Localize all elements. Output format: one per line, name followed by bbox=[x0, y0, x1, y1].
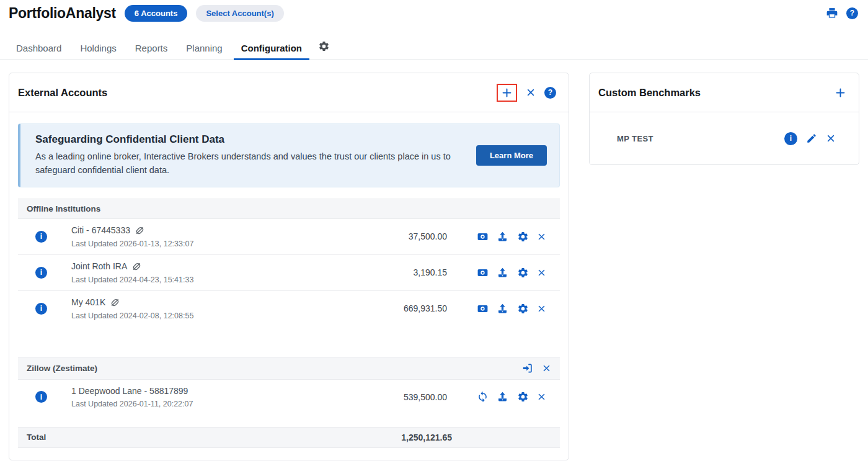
account-last-updated: Last Updated 2026-01-13, 12:33:07 bbox=[71, 240, 391, 248]
upload-icon[interactable] bbox=[497, 391, 508, 403]
tab-holdings[interactable]: Holdings bbox=[73, 37, 123, 60]
account-last-updated: Last Updated 2024-02-08, 12:08:55 bbox=[71, 311, 391, 320]
topbar: PortfolioAnalyst 6 Accounts Select Accou… bbox=[0, 0, 868, 26]
help-icon[interactable]: ? bbox=[846, 7, 858, 19]
safeguarding-banner: Safeguarding Confidential Client Data As… bbox=[18, 123, 560, 187]
cash-transactions-icon[interactable] bbox=[477, 303, 489, 315]
custom-benchmarks-title: Custom Benchmarks bbox=[598, 87, 701, 99]
select-accounts-button[interactable]: Select Account(s) bbox=[196, 5, 283, 22]
section-header-label: Zillow (Zestimate) bbox=[27, 364, 97, 373]
upload-icon[interactable] bbox=[497, 231, 508, 243]
close-icon[interactable] bbox=[542, 364, 551, 373]
close-icon[interactable] bbox=[537, 304, 546, 313]
sign-in-icon[interactable] bbox=[521, 362, 533, 374]
banner-body: As a leading online broker, Interactive … bbox=[35, 150, 461, 177]
gear-icon[interactable] bbox=[517, 267, 529, 279]
total-row: Total 1,250,121.65 bbox=[18, 427, 560, 448]
tab-reports[interactable]: Reports bbox=[128, 37, 175, 60]
add-benchmark-icon[interactable] bbox=[835, 87, 846, 99]
account-row: i Citi - 67445333 Last Updated 2026-01-1… bbox=[18, 219, 560, 255]
info-icon[interactable]: i bbox=[784, 132, 797, 145]
banner-title: Safeguarding Confidential Client Data bbox=[35, 133, 461, 146]
account-name: Joint Roth IRA bbox=[71, 261, 127, 271]
close-icon[interactable] bbox=[826, 133, 836, 143]
delete-external-accounts-icon[interactable] bbox=[526, 87, 536, 97]
tab-configuration[interactable]: Configuration bbox=[234, 37, 309, 60]
info-icon[interactable]: i bbox=[35, 267, 47, 279]
print-icon[interactable] bbox=[826, 7, 838, 19]
upload-icon[interactable] bbox=[497, 303, 508, 315]
account-value: 37,500.00 bbox=[391, 231, 447, 241]
portfolio-analyst-app: PortfolioAnalyst 6 Accounts Select Accou… bbox=[0, 0, 868, 466]
tab-dashboard[interactable]: Dashboard bbox=[9, 37, 69, 60]
account-row: i 1 Deepwood Lane - 58817899 Last Update… bbox=[18, 380, 560, 414]
app-title: PortfolioAnalyst bbox=[9, 5, 116, 22]
custom-benchmarks-panel: Custom Benchmarks MP TEST i bbox=[589, 73, 859, 165]
annotation-highlight bbox=[497, 84, 517, 102]
info-icon[interactable]: i bbox=[35, 303, 47, 315]
account-name: 1 Deepwood Lane - 58817899 bbox=[71, 386, 188, 396]
account-last-updated: Last Updated 2024-04-23, 15:41:33 bbox=[71, 276, 391, 284]
learn-more-button[interactable]: Learn More bbox=[476, 145, 547, 166]
account-name: My 401K bbox=[71, 297, 105, 307]
info-icon[interactable]: i bbox=[35, 391, 47, 403]
accounts-count-badge[interactable]: 6 Accounts bbox=[125, 5, 188, 22]
tabs-settings-gear-icon[interactable] bbox=[318, 40, 330, 52]
offline-institutions-rows: i Citi - 67445333 Last Updated 2026-01-1… bbox=[18, 219, 560, 326]
close-icon[interactable] bbox=[537, 232, 546, 241]
info-icon[interactable]: i bbox=[35, 231, 47, 243]
zillow-rows: i 1 Deepwood Lane - 58817899 Last Update… bbox=[18, 380, 560, 414]
external-accounts-header: External Accounts ? bbox=[9, 73, 569, 112]
unlink-icon bbox=[131, 261, 142, 272]
external-accounts-panel: External Accounts ? Safeguarding Confide… bbox=[9, 73, 569, 460]
account-row: i My 401K Last Updated 2024-02-08, 12:08… bbox=[18, 291, 560, 326]
gear-icon[interactable] bbox=[517, 231, 529, 243]
gear-icon[interactable] bbox=[517, 303, 529, 315]
account-value: 3,190.15 bbox=[391, 267, 447, 277]
section-header-label: Offline Institutions bbox=[27, 204, 100, 213]
refresh-icon[interactable] bbox=[477, 391, 489, 403]
gear-icon[interactable] bbox=[517, 391, 529, 403]
account-row: i Joint Roth IRA Last Updated 2024-04-23… bbox=[18, 255, 560, 291]
cash-transactions-icon[interactable] bbox=[477, 267, 489, 279]
custom-benchmarks-header: Custom Benchmarks bbox=[590, 73, 859, 112]
total-label: Total bbox=[27, 432, 46, 442]
add-external-account-icon[interactable] bbox=[501, 87, 513, 99]
benchmark-name: MP TEST bbox=[617, 134, 653, 143]
upload-icon[interactable] bbox=[497, 267, 508, 279]
account-value: 539,500.00 bbox=[391, 392, 447, 402]
section-header-zillow: Zillow (Zestimate) bbox=[18, 357, 560, 380]
edit-pencil-icon[interactable] bbox=[806, 133, 817, 144]
unlink-icon bbox=[110, 297, 120, 308]
benchmark-row: MP TEST i bbox=[590, 112, 859, 164]
external-accounts-help-icon[interactable]: ? bbox=[544, 87, 556, 99]
cash-transactions-icon[interactable] bbox=[477, 231, 489, 243]
total-value: 1,250,121.65 bbox=[401, 432, 452, 442]
tab-planning[interactable]: Planning bbox=[179, 37, 229, 60]
section-header-offline-institutions: Offline Institutions bbox=[18, 199, 560, 219]
close-icon[interactable] bbox=[537, 268, 546, 277]
account-name: Citi - 67445333 bbox=[71, 225, 130, 235]
external-accounts-title: External Accounts bbox=[18, 87, 107, 99]
main-nav-tabs: Dashboard Holdings Reports Planning Conf… bbox=[0, 37, 868, 60]
close-icon[interactable] bbox=[537, 392, 546, 401]
account-value: 669,931.50 bbox=[391, 303, 447, 313]
unlink-icon bbox=[135, 225, 145, 236]
account-last-updated: Last Updated 2026-01-11, 20:22:07 bbox=[71, 400, 391, 408]
